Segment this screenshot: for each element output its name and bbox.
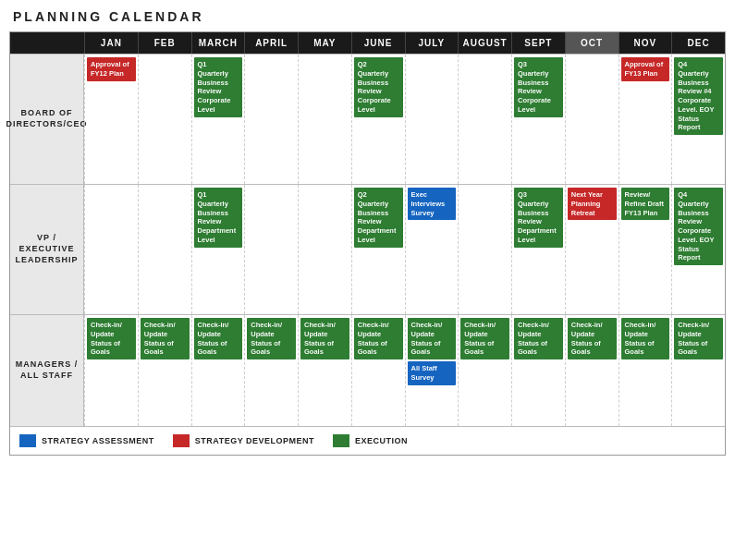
legend-box-red [173,434,190,447]
event-mgr-jul-survey: All Staff Survey [408,361,457,385]
cell-board-aug [458,55,511,184]
cell-mgr-may: Check-in/ Update Status of Goals [298,315,351,426]
event-vp-jun: Q2 Quarterly Business Review Department … [354,188,403,248]
event-mgr-oct: Check-in/ Update Status of Goals [568,318,617,359]
page-title: PLANNING CALENDAR [9,9,726,24]
event-vp-oct: Next Year Planning Retreat [568,188,617,220]
month-header-oct: OCT [565,32,619,54]
month-header-sep: SEPT [511,32,565,54]
event-mgr-jul-checkin: Check-in/ Update Status of Goals [408,318,457,359]
event-mgr-sep: Check-in/ Update Status of Goals [514,318,563,359]
cell-vp-jun: Q2 Quarterly Business Review Department … [351,185,405,314]
legend-execution: EXECUTION [333,434,408,447]
legend: STRATEGY ASSESSMENT STRATEGY DEVELOPMENT… [10,426,725,455]
cell-vp-apr [244,185,298,314]
cell-board-jun: Q2 Quarterly Business Review Corporate L… [351,55,405,184]
page-container: PLANNING CALENDAR JAN FEB MARCH APRIL MA… [9,9,726,456]
event-mgr-nov: Check-in/ Update Status of Goals [621,318,670,359]
cell-board-mar: Q1 Quarterly Business Review Corporate L… [191,55,245,184]
calendar-container: JAN FEB MARCH APRIL MAY JUNE JULY AUGUST… [9,31,726,456]
cell-mgr-jan: Check-in/ Update Status of Goals [84,315,138,426]
month-header-jan: JAN [84,32,138,54]
cell-vp-oct: Next Year Planning Retreat [565,185,619,314]
legend-box-green [333,434,349,447]
cell-board-feb [138,55,191,184]
cell-board-sep: Q3 Quarterly Business Review Corporate L… [511,55,565,184]
legend-label-execution: EXECUTION [355,436,408,445]
month-header-feb: FEB [138,32,191,54]
header-row: JAN FEB MARCH APRIL MAY JUNE JULY AUGUST… [10,32,725,54]
event-board-jun: Q2 Quarterly Business Review Corporate L… [354,57,403,117]
month-header-jun: JUNE [351,32,405,54]
section-label-board: BOARD OFDIRECTORS/CEO [10,55,84,184]
legend-box-blue [19,434,36,447]
cell-board-nov: Approval of FY13 Plan [619,55,672,184]
cell-board-jan: Approval of FY12 Plan [84,55,138,184]
cell-vp-aug [458,185,511,314]
month-header-apr: APRIL [244,32,298,54]
legend-strategy-assessment: STRATEGY ASSESSMENT [19,434,154,447]
cell-board-dec: Q4 Quarterly Business Review #4 Corporat… [671,55,725,184]
cell-board-oct [565,55,619,184]
cell-mgr-feb: Check-in/ Update Status of Goals [138,315,191,426]
cell-mgr-nov: Check-in/ Update Status of Goals [619,315,672,426]
month-header-nov: NOV [619,32,672,54]
legend-label-assessment: STRATEGY ASSESSMENT [42,436,154,445]
section-label-managers: MANAGERS /ALL STAFF [10,315,84,426]
event-mgr-may: Check-in/ Update Status of Goals [300,318,349,359]
month-header-jul: JULY [405,32,459,54]
event-mgr-jun: Check-in/ Update Status of Goals [354,318,403,359]
section-label-vp: VP / EXECUTIVELEADERSHIP [10,185,84,314]
event-board-mar: Q1 Quarterly Business Review Corporate L… [194,57,243,117]
event-mgr-mar: Check-in/ Update Status of Goals [194,318,243,359]
cell-vp-feb [138,185,191,314]
event-mgr-aug: Check-in/ Update Status of Goals [460,318,509,359]
section-row-managers: MANAGERS /ALL STAFF Check-in/ Update Sta… [10,314,725,426]
month-header-mar: MARCH [191,32,245,54]
event-vp-mar: Q1 Quarterly Business Review Department … [194,188,243,248]
cell-mgr-aug: Check-in/ Update Status of Goals [458,315,511,426]
event-mgr-dec: Check-in/ Update Status of Goals [674,318,723,359]
event-vp-dec: Q4 Quarterly Business Review Corporate L… [674,188,723,265]
cell-mgr-oct: Check-in/ Update Status of Goals [565,315,619,426]
event-board-sep: Q3 Quarterly Business Review Corporate L… [514,57,563,117]
cell-vp-jul: Exec Interviews Survey [405,185,459,314]
event-vp-jul: Exec Interviews Survey [408,188,457,220]
month-header-may: MAY [298,32,351,54]
cell-mgr-jun: Check-in/ Update Status of Goals [351,315,405,426]
cell-mgr-mar: Check-in/ Update Status of Goals [191,315,245,426]
cell-mgr-apr: Check-in/ Update Status of Goals [244,315,298,426]
month-header-dec: DEC [671,32,725,54]
cell-board-jul [405,55,459,184]
cell-board-may [298,55,351,184]
event-board-dec: Q4 Quarterly Business Review #4 Corporat… [674,57,723,135]
event-vp-nov: Review/ Refine Draft FY13 Plan [621,188,670,220]
cell-vp-may [298,185,351,314]
month-header-aug: AUGUST [458,32,511,54]
cell-mgr-dec: Check-in/ Update Status of Goals [671,315,725,426]
cell-vp-nov: Review/ Refine Draft FY13 Plan [619,185,672,314]
cell-vp-jan [84,185,138,314]
header-label-spacer [10,32,84,54]
event-board-jan: Approval of FY12 Plan [87,57,136,81]
legend-label-development: STRATEGY DEVELOPMENT [195,436,314,445]
event-mgr-jan: Check-in/ Update Status of Goals [87,318,136,359]
cell-vp-mar: Q1 Quarterly Business Review Department … [191,185,245,314]
cell-board-apr [244,55,298,184]
event-mgr-apr: Check-in/ Update Status of Goals [247,318,296,359]
cell-vp-sep: Q3 Quarterly Business Review Department … [511,185,565,314]
legend-strategy-development: STRATEGY DEVELOPMENT [173,434,314,447]
event-vp-sep: Q3 Quarterly Business Review Department … [514,188,563,248]
cell-mgr-sep: Check-in/ Update Status of Goals [511,315,565,426]
event-board-nov: Approval of FY13 Plan [621,57,670,81]
section-row-vp: VP / EXECUTIVELEADERSHIP Q1 Quarterly Bu… [10,184,725,314]
cell-vp-dec: Q4 Quarterly Business Review Corporate L… [671,185,725,314]
section-row-board: BOARD OFDIRECTORS/CEO Approval of FY12 P… [10,54,725,184]
cell-mgr-jul: Check-in/ Update Status of Goals All Sta… [405,315,459,426]
event-mgr-feb: Check-in/ Update Status of Goals [141,318,190,359]
